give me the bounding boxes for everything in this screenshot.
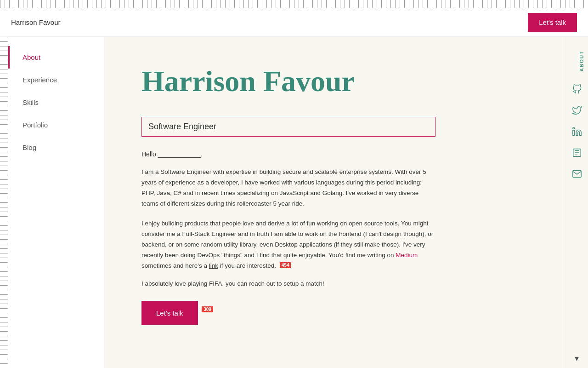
sidebar: About Experience Skills Portfolio Blog	[8, 37, 105, 368]
bio2-part1: I enjoy building products that people lo…	[141, 220, 433, 259]
notion-icon[interactable]	[571, 146, 583, 159]
navbar-cta-button[interactable]: Let's talk	[528, 13, 577, 32]
scroll-down-arrow[interactable]: ▾	[575, 353, 579, 363]
twitter-icon[interactable]	[571, 104, 583, 117]
cta-button[interactable]: Let's talk	[141, 301, 198, 325]
sidebar-item-about[interactable]: About	[8, 46, 104, 69]
bio-paragraph-2: I enjoy building products that people lo…	[141, 218, 435, 271]
hero-name: Harrison Favour	[141, 64, 537, 98]
sidebar-item-blog[interactable]: Blog	[8, 136, 104, 159]
brand-name: Harrison Favour	[11, 18, 61, 26]
fifa-text: I absolutely love playing FIFA, you can …	[141, 280, 435, 287]
linkedin-icon[interactable]	[571, 125, 583, 138]
main-content: Harrison Favour Software Engineer Hello …	[105, 37, 565, 368]
medium-link[interactable]: Medium	[396, 252, 418, 259]
about-vertical-label: ABOUT	[579, 51, 584, 72]
annotation-badge-1: 454	[280, 262, 291, 268]
bio2-part2: sometimes and here's a	[141, 262, 209, 269]
page-layout: About Experience Skills Portfolio Blog H…	[0, 37, 588, 368]
left-ruler	[0, 37, 8, 368]
greeting-text: Hello ____________.	[141, 150, 435, 158]
role-text: Software Engineer	[148, 122, 216, 131]
bio-paragraph-1: I am a Software Engineer with expertise …	[141, 167, 435, 209]
sidebar-item-portfolio[interactable]: Portfolio	[8, 114, 104, 136]
portfolio-link[interactable]: link	[209, 262, 218, 269]
content-section: Hello ____________. I am a Software Engi…	[141, 150, 435, 325]
navbar: Harrison Favour Let's talk	[0, 8, 588, 37]
svg-rect-0	[572, 130, 574, 135]
right-sidebar: ABOUT	[565, 37, 588, 368]
sidebar-item-skills[interactable]: Skills	[8, 91, 104, 114]
role-box: Software Engineer	[141, 117, 435, 137]
github-icon[interactable]	[571, 83, 583, 96]
annotation-badge-2: 309	[202, 306, 213, 312]
svg-point-1	[572, 127, 574, 129]
bio2-part3: if you are interested.	[218, 262, 276, 269]
email-icon[interactable]	[571, 167, 583, 180]
top-ruler	[0, 0, 588, 8]
sidebar-item-experience[interactable]: Experience	[8, 69, 104, 91]
